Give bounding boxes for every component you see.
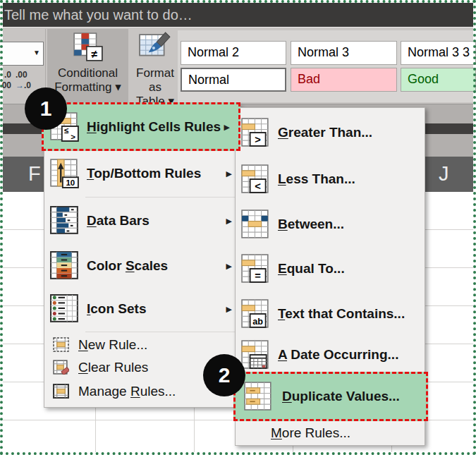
submenu-item-duplicate-values[interactable]: Duplicate Values... <box>233 372 428 421</box>
style-normal-selected[interactable]: Normal <box>181 68 286 92</box>
excel-screenshot: F J Tell me what you want to do… ▼ .0 00… <box>0 0 476 455</box>
submenu-item-more-rules[interactable]: More Rules... <box>236 422 425 444</box>
equal-to-icon: = <box>241 254 271 284</box>
format-as-table-icon <box>139 32 171 63</box>
style-good[interactable]: Good <box>401 68 476 92</box>
less-than-icon: < <box>241 164 271 194</box>
menu-separator <box>85 197 237 198</box>
svg-text:≤: ≤ <box>64 126 69 135</box>
menu-item-data-bars[interactable]: Data Bars ▶ <box>44 199 239 243</box>
chevron-down-icon: ▾ <box>115 80 121 94</box>
submenu-item-label: More Rules... <box>271 425 350 441</box>
duplicate-values-icon <box>244 382 274 411</box>
submenu-item-text-that-contains[interactable]: ab Text that Contains... <box>236 292 425 335</box>
increase-decimal-icon[interactable]: .0 00 <box>0 70 11 91</box>
flyout-arrow-icon: ▶ <box>226 217 232 226</box>
menu-item-new-rule[interactable]: New Rule... <box>44 334 239 356</box>
svg-text:ab: ab <box>252 316 263 326</box>
a-date-occurring-icon <box>241 340 271 370</box>
menu-item-label: Icon Sets <box>87 301 146 317</box>
greater-than-icon: > <box>241 118 271 147</box>
menu-item-label: Top/Bottom Rules <box>87 166 201 181</box>
color-scales-icon <box>50 251 80 281</box>
menu-item-color-scales[interactable]: Color Scales ▶ <box>44 244 239 288</box>
column-header-f[interactable]: F <box>28 162 41 186</box>
manage-rules-icon <box>53 384 69 399</box>
submenu-item-label: Duplicate Values... <box>282 389 400 404</box>
conditional-formatting-icon: ≠ <box>72 32 104 63</box>
svg-text:≠: ≠ <box>91 48 97 60</box>
flyout-arrow-icon: ▶ <box>224 122 230 131</box>
new-rule-icon <box>53 337 69 352</box>
step-1-badge: 1 <box>25 87 67 130</box>
submenu-item-label: Equal To... <box>278 261 345 277</box>
tell-me-search-bar[interactable]: Tell me what you want to do… <box>3 3 473 27</box>
text-that-contains-icon: ab <box>241 299 271 329</box>
menu-item-top-bottom-rules[interactable]: 10 Top/Bottom Rules ▶ <box>44 152 239 195</box>
submenu-item-label: Between... <box>278 217 344 232</box>
submenu-item-label: A Date Occurring... <box>278 347 398 363</box>
style-bad[interactable]: Bad <box>291 68 397 92</box>
submenu-item-less-than[interactable]: < Less Than... <box>236 157 425 201</box>
ribbon: ▼ .0 00 .00 →.0 ≠ Condi <box>3 27 473 104</box>
menu-item-icon-sets[interactable]: Icon Sets ▶ <box>44 289 239 329</box>
between-icon <box>241 210 271 239</box>
submenu-item-label: Text that Contains... <box>278 306 405 322</box>
submenu-item-label: Greater Than... <box>278 125 372 140</box>
menu-separator <box>85 332 237 332</box>
menu-item-label: Data Bars <box>87 213 149 229</box>
flyout-arrow-icon: ▶ <box>226 169 232 178</box>
submenu-item-between[interactable]: Between... <box>236 202 425 245</box>
menu-item-label: Manage Rules... <box>78 384 176 399</box>
svg-text:10: 10 <box>66 178 75 187</box>
svg-text:=: = <box>255 270 261 281</box>
clear-rules-icon <box>53 360 69 375</box>
submenu-item-a-date-occurring[interactable]: A Date Occurring... <box>236 336 425 373</box>
menu-item-label: Highlight Cells Rules <box>87 119 221 135</box>
svg-text:<: < <box>255 180 261 191</box>
format-as-table-button[interactable]: Format as Table ▾ <box>130 29 181 104</box>
style-normal-3[interactable]: Normal 3 <box>291 41 397 65</box>
menu-item-highlight-cells-rules[interactable]: ≤ > Highlight Cells Rules ▶ <box>42 102 240 151</box>
step-2-badge: 2 <box>203 354 245 396</box>
chevron-down-icon: ▼ <box>33 49 40 56</box>
icon-sets-icon <box>50 294 80 324</box>
menu-item-label: Color Scales <box>87 258 168 274</box>
style-normal-3-3[interactable]: Normal 3 3 <box>401 41 476 65</box>
svg-text:>: > <box>255 134 261 145</box>
flyout-arrow-icon: ▶ <box>226 305 232 314</box>
number-format-combobox[interactable]: ▼ <box>0 42 44 66</box>
menu-item-label: New Rule... <box>78 337 147 353</box>
submenu-item-greater-than[interactable]: > Greater Than... <box>236 110 425 155</box>
style-normal-2[interactable]: Normal 2 <box>181 41 286 65</box>
menu-item-label: Clear Rules <box>78 360 148 375</box>
top-bottom-rules-icon: 10 <box>50 159 80 188</box>
svg-text:>: > <box>71 132 75 140</box>
submenu-item-equal-to[interactable]: = Equal To... <box>236 247 425 291</box>
decrease-decimal-icon[interactable]: .00 →.0 <box>16 70 31 91</box>
submenu-item-label: Less Than... <box>278 171 355 187</box>
data-bars-icon <box>50 206 80 236</box>
column-header-j[interactable]: J <box>439 162 449 186</box>
flyout-arrow-icon: ▶ <box>226 262 232 271</box>
